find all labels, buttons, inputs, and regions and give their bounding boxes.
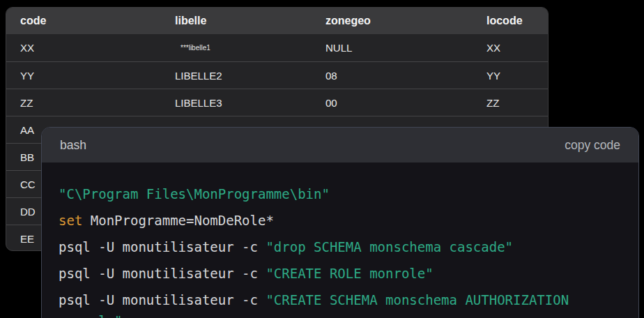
- code-plain-segment: psql -U monutilisateur -c: [59, 266, 266, 281]
- code-string-segment: "CREATE ROLE monrole": [266, 266, 433, 281]
- cell-code: XX: [6, 42, 161, 54]
- cell-zonegeo: 08: [312, 70, 473, 82]
- cell-locode: XX: [473, 42, 548, 54]
- cell-zonegeo: 00: [312, 97, 473, 109]
- table-row: ZZLIBELLE300ZZ: [6, 89, 548, 116]
- terminal-header: bash copy code: [42, 128, 638, 162]
- cell-code: ZZ: [6, 97, 161, 109]
- cell-locode: ZZ: [473, 97, 548, 109]
- code-block: "C\Program Files\MonProgramme\bin"set Mo…: [42, 162, 638, 318]
- code-keyword-segment: set: [59, 213, 82, 228]
- cell-locode: YY: [473, 70, 548, 82]
- terminal-shell-label: bash: [60, 138, 86, 153]
- cell-code: YY: [6, 70, 161, 82]
- cell-zonegeo: NULL: [312, 42, 473, 54]
- column-header-libelle: libelle: [161, 15, 312, 27]
- table-row: YYLIBELLE208YY: [6, 61, 548, 89]
- cell-libelle: LIBELLE2: [161, 70, 312, 82]
- code-line: "C\Program Files\MonProgramme\bin": [59, 183, 622, 204]
- code-string-segment: "C\Program Files\MonProgramme\bin": [59, 186, 330, 202]
- code-plain-segment: psql -U monutilisateur -c: [59, 239, 266, 255]
- table-header-row: codelibellezonegeolocode: [6, 8, 548, 34]
- code-line: psql -U monutilisateur -c "CREATE SCHEMA…: [59, 289, 622, 318]
- code-line: psql -U monutilisateur -c "drop SCHEMA m…: [59, 236, 622, 257]
- code-plain-segment: psql -U monutilisateur -c: [59, 292, 266, 308]
- copy-code-button[interactable]: copy code: [565, 138, 620, 153]
- column-header-zonegeo: zonegeo: [312, 15, 473, 27]
- column-header-code: code: [6, 15, 161, 27]
- terminal-panel: bash copy code "C\Program Files\MonProgr…: [41, 127, 639, 318]
- table-row: XX***libelle1NULLXX: [6, 34, 548, 61]
- code-line: set MonProgramme=NomDeRole*: [59, 210, 622, 231]
- code-plain-segment: MonProgramme=NomDeRole*: [82, 213, 274, 228]
- cell-libelle: ***libelle1: [161, 44, 312, 52]
- code-line: psql -U monutilisateur -c "CREATE ROLE m…: [59, 263, 622, 284]
- code-string-segment: "drop SCHEMA monschema cascade": [266, 239, 513, 255]
- column-header-locode: locode: [473, 15, 548, 27]
- cell-libelle: LIBELLE3: [161, 97, 312, 109]
